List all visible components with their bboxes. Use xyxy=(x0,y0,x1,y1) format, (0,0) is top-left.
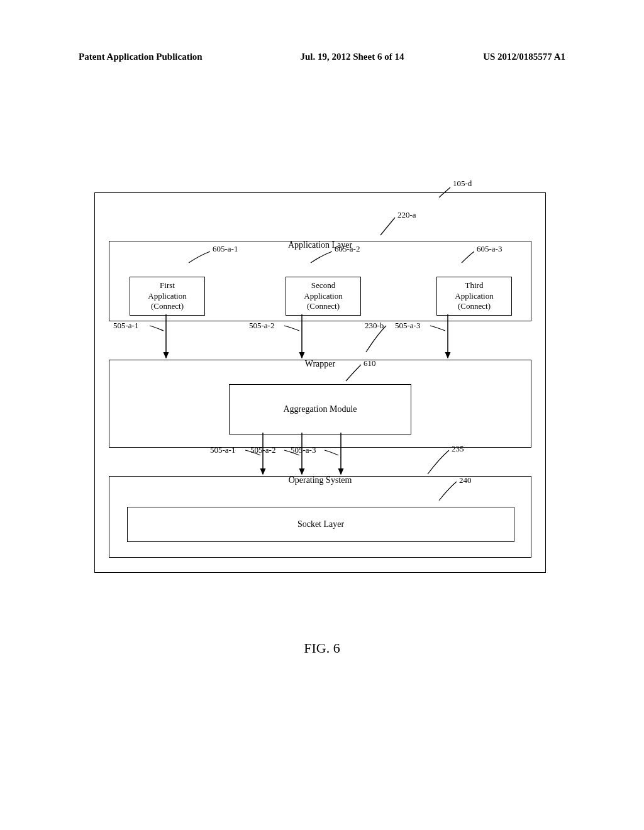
header-center: Jul. 19, 2012 Sheet 6 of 14 xyxy=(300,52,404,62)
app-line: (Connect) xyxy=(286,301,360,312)
figure-caption: FIG. 6 xyxy=(0,640,644,656)
header-right: US 2012/0185577 A1 xyxy=(483,52,565,62)
app-line: First xyxy=(130,280,204,291)
diagram-container: Application Layer First Application (Con… xyxy=(94,176,547,578)
ref-505a2-bottom: 505-a-2 xyxy=(250,445,275,455)
third-application-box: Third Application (Connect) xyxy=(436,277,512,316)
ref-610: 610 xyxy=(364,358,376,368)
ref-105d: 105-d xyxy=(453,179,472,189)
ref-605a1: 605-a-1 xyxy=(213,244,238,254)
ref-505a3-bottom: 505-a-3 xyxy=(291,445,316,455)
wrapper-title: Wrapper xyxy=(109,359,531,369)
ref-605a2: 605-a-2 xyxy=(335,244,360,254)
second-application-box: Second Application (Connect) xyxy=(286,277,361,316)
ref-240: 240 xyxy=(459,475,472,485)
application-layer-box: Application Layer First Application (Con… xyxy=(109,241,531,321)
socket-layer-box: Socket Layer xyxy=(127,507,514,542)
wrapper-box: Wrapper Aggregation Module xyxy=(109,360,531,448)
app-line: Application xyxy=(286,291,360,302)
app-line: Third xyxy=(437,280,511,291)
app-line: Application xyxy=(130,291,204,302)
app-line: (Connect) xyxy=(437,301,511,312)
application-layer-title: Application Layer xyxy=(109,240,531,250)
ref-230b: 230-b xyxy=(365,321,384,331)
ref-605a3: 605-a-3 xyxy=(477,244,502,254)
ref-235: 235 xyxy=(452,444,464,454)
aggregation-module-title: Aggregation Module xyxy=(283,404,357,414)
ref-505a1-top: 505-a-1 xyxy=(113,321,138,331)
first-application-box: First Application (Connect) xyxy=(130,277,205,316)
ref-505a1-bottom: 505-a-1 xyxy=(210,445,235,455)
app-line: (Connect) xyxy=(130,301,204,312)
socket-layer-title: Socket Layer xyxy=(297,519,344,529)
app-line: Application xyxy=(437,291,511,302)
app-line: Second xyxy=(286,280,360,291)
operating-system-box: Operating System Socket Layer xyxy=(109,476,531,558)
ref-220a: 220-a xyxy=(397,210,416,220)
aggregation-module-box: Aggregation Module xyxy=(229,384,411,434)
header-left: Patent Application Publication xyxy=(79,52,203,62)
ref-505a3-top: 505-a-3 xyxy=(395,321,420,331)
ref-505a2-top: 505-a-2 xyxy=(249,321,274,331)
